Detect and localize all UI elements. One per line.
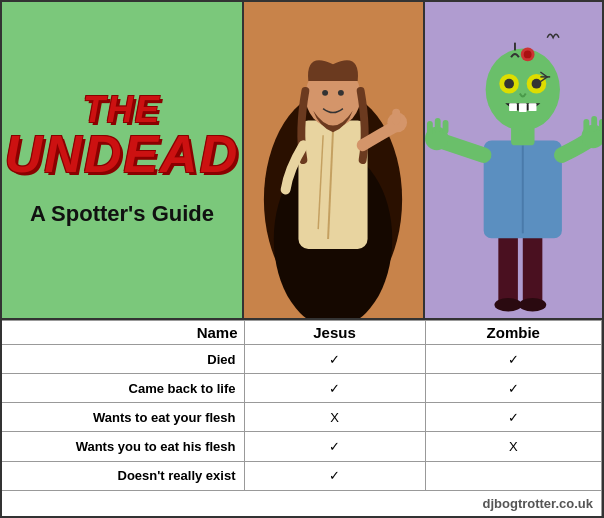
row-zombie-died: ✓ [425, 345, 602, 374]
col-header-name: Name [2, 321, 244, 345]
subtitle-text: A Spotter's Guide [30, 200, 214, 229]
col-header-zombie: Zombie [425, 321, 602, 345]
row-jesus-died: ✓ [244, 345, 425, 374]
row-jesus-eat-flesh: X [244, 403, 425, 432]
watermark-text: djbogtrotter.co.uk [2, 490, 602, 516]
row-zombie-eat-his-flesh: X [425, 432, 602, 461]
col-header-jesus: Jesus [244, 321, 425, 345]
row-label-eat-his-flesh: Wants you to eat his flesh [2, 432, 244, 461]
row-label-eat-flesh: Wants to eat your flesh [2, 403, 244, 432]
svg-point-17 [519, 298, 546, 312]
table-row: Wants to eat your flesh X ✓ [2, 403, 602, 432]
row-label-died: Died [2, 345, 244, 374]
svg-rect-25 [583, 119, 589, 133]
row-label-not-exist: Doesn't really exist [2, 461, 244, 490]
table-row: Wants you to eat his flesh ✓ X [2, 432, 602, 461]
svg-rect-37 [509, 103, 517, 111]
image-section: THE UNDEAD A Spotter's Guide [0, 0, 604, 320]
row-zombie-eat-flesh: ✓ [425, 403, 602, 432]
title-panel: THE UNDEAD A Spotter's Guide [2, 2, 244, 318]
row-zombie-came-back: ✓ [425, 374, 602, 403]
row-jesus-eat-his-flesh: ✓ [244, 432, 425, 461]
svg-rect-39 [529, 103, 537, 111]
main-container: THE UNDEAD A Spotter's Guide [0, 0, 604, 518]
svg-point-9 [322, 90, 328, 96]
svg-rect-22 [435, 118, 441, 133]
svg-point-10 [338, 90, 344, 96]
undead-title: THE UNDEAD [5, 92, 239, 180]
svg-point-16 [494, 298, 521, 312]
svg-point-32 [524, 50, 532, 58]
table-header-row: Name Jesus Zombie [2, 321, 602, 345]
svg-rect-15 [523, 228, 543, 306]
svg-rect-27 [599, 119, 602, 133]
row-jesus-not-exist: ✓ [244, 461, 425, 490]
table-row: Died ✓ ✓ [2, 345, 602, 374]
svg-rect-23 [443, 120, 449, 134]
svg-rect-14 [498, 228, 518, 306]
row-label-came-back: Came back to life [2, 374, 244, 403]
table-row: Came back to life ✓ ✓ [2, 374, 602, 403]
svg-point-35 [504, 79, 514, 89]
watermark-row: djbogtrotter.co.uk [2, 490, 602, 516]
row-jesus-came-back: ✓ [244, 374, 425, 403]
svg-rect-26 [591, 116, 597, 132]
svg-point-29 [486, 49, 560, 131]
svg-rect-12 [392, 109, 400, 125]
svg-rect-21 [427, 121, 433, 135]
table-row: Doesn't really exist ✓ [2, 461, 602, 490]
svg-point-36 [532, 79, 542, 89]
zombie-panel [425, 2, 602, 318]
comparison-table: Name Jesus Zombie Died ✓ ✓ Came back to … [0, 320, 604, 518]
jesus-panel [244, 2, 425, 318]
svg-rect-38 [519, 103, 527, 112]
row-zombie-not-exist [425, 461, 602, 490]
